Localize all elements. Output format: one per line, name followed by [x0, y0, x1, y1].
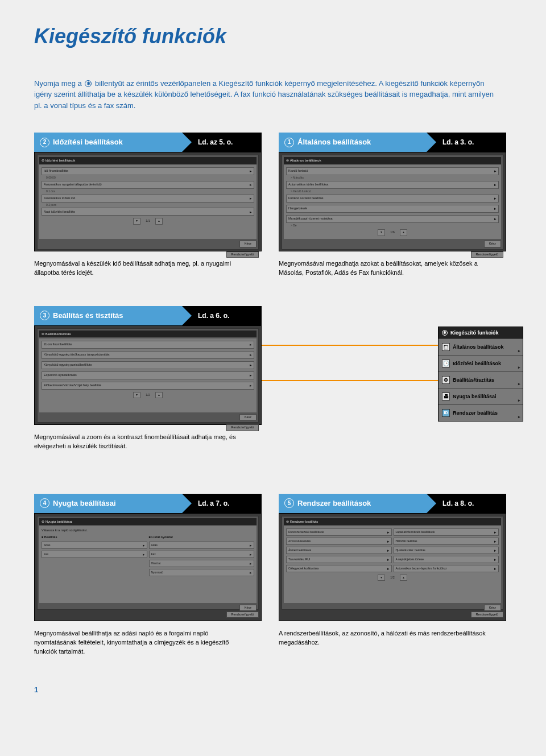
section-4-screenshot: ⊛ Nyugta beállításai Válassza ki a napló… [34, 513, 262, 621]
section-1-card: 1 Általános beállítások Ld. a 3. o. ⊛ Ál… [279, 133, 506, 278]
section-3-number: 3 [40, 311, 49, 320]
section-5-ref: Ld. a 8. o. [427, 494, 506, 513]
page-title: Kiegészítő funkciók [34, 23, 523, 51]
section-1-number: 1 [284, 138, 294, 147]
intro-paragraph: Nyomja meg a billentyűt az érintős vezér… [34, 78, 500, 111]
intro-text-b: billentyűt az érintős vezérlőpanelen a K… [34, 79, 494, 110]
side-menu-item-general[interactable]: ⬚ Általános beállítások▸ [439, 338, 523, 355]
page-number: 1 [34, 685, 523, 695]
star-icon [442, 330, 448, 336]
section-2-card: 2 Időzítési beállítások Ld. az 5. o. ⊛ I… [34, 133, 262, 278]
section-1-caption: Megnyomásával megadhatja azokat a beállí… [279, 259, 495, 278]
star-button-icon [85, 80, 92, 87]
section-3-ref: Ld. a 6. o. [182, 306, 262, 325]
section-4-card: 4 Nyugta beállításai Ld. a 7. o. ⊛ Nyugt… [34, 494, 262, 656]
printer-icon: 🖶 [442, 393, 450, 400]
section-2-ref: Ld. az 5. o. [182, 133, 262, 152]
section-3-screenshot: ⊛ Beállítás/tisztítás Zoom finombeállítá… [34, 325, 262, 425]
section-2-caption: Megnyomásával a készülék idő beállításai… [34, 259, 250, 278]
section-2-number: 2 [40, 138, 49, 147]
section-3-title: Beállítás és tisztítás [53, 311, 123, 321]
section-3-card: 3 Beállítás és tisztítás Ld. a 6. o. ⊛ B… [34, 306, 262, 451]
section-1-screenshot: ⊛ Általános beállítások Kezdő funkció▸ >… [279, 152, 506, 251]
connector-line [262, 345, 438, 346]
section-1-title: Általános beállítások [297, 137, 371, 147]
section-4-number: 4 [40, 498, 49, 508]
id-icon: ID [442, 409, 450, 417]
side-menu-item-system[interactable]: ID Rendszer beállítás▸ [439, 404, 523, 421]
general-icon: ⬚ [442, 343, 450, 351]
section-5-card: 5 Rendszer beállítások Ld. a 8. o. ⊛ Ren… [279, 494, 506, 647]
section-4-header: 4 Nyugta beállításai [34, 494, 182, 513]
side-menu-panel: Kiegészítő funkciók ⬚ Általános beállítá… [438, 327, 523, 422]
section-4-title: Nyugta beállításai [53, 498, 116, 509]
section-2-screenshot: ⊛ Időzítési beállítások Idő finombeállít… [34, 152, 262, 251]
section-1-header: 1 Általános beállítások [279, 133, 427, 152]
section-4-caption: Megnyomásával beállíthatja az adási napl… [34, 629, 250, 656]
section-3-header: 3 Beállítás és tisztítás [34, 306, 182, 325]
section-5-screenshot: ⊛ Rendszer beállítás Rendszerkezelői beá… [279, 513, 506, 621]
side-menu-item-receipt[interactable]: 🖶 Nyugta beállításai▸ [439, 388, 523, 404]
section-1-ref: Ld. a 3. o. [427, 133, 506, 152]
intro-text-a: Nyomja meg a [34, 79, 84, 88]
section-5-title: Rendszer beállítások [297, 498, 371, 509]
side-menu-item-adjust[interactable]: ⚙ Beállítás/tisztítás▸ [439, 371, 523, 388]
gear-icon: ⚙ [442, 376, 450, 384]
side-menu-item-timing[interactable]: 🕒 Időzítési beállítások▸ [439, 355, 523, 371]
section-5-header: 5 Rendszer beállítások [279, 494, 427, 513]
clock-icon: 🕒 [442, 360, 450, 367]
section-5-number: 5 [284, 498, 294, 508]
section-4-ref: Ld. a 7. o. [182, 494, 262, 513]
section-2-title: Időzítési beállítások [53, 137, 123, 147]
connector-line [262, 380, 438, 381]
section-2-header: 2 Időzítési beállítások [34, 133, 182, 152]
section-5-caption: A rendszerbeállítások, az azonosító, a h… [279, 629, 495, 647]
side-menu-title: Kiegészítő funkciók [439, 327, 523, 338]
section-3-caption: Megnyomásával a zoom és a kontraszt fino… [34, 433, 250, 451]
